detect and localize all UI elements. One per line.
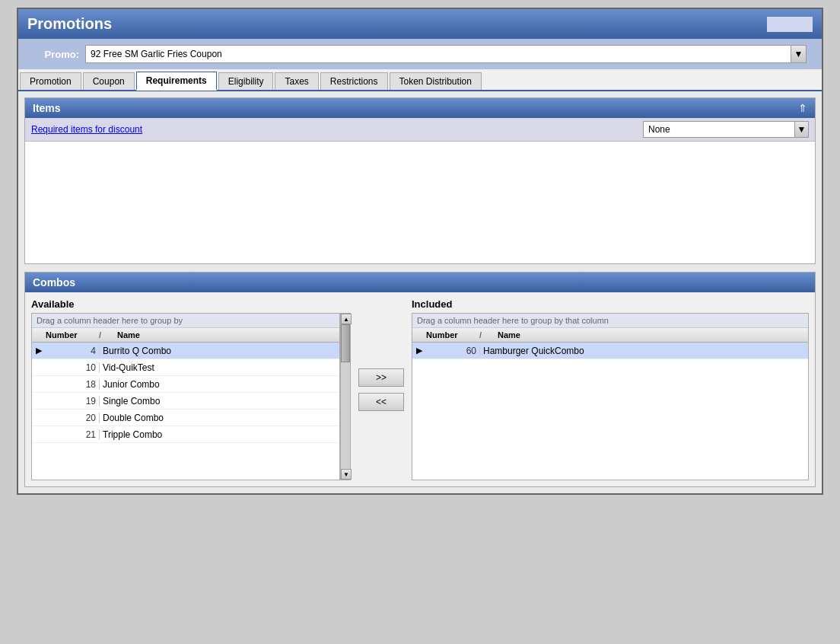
available-row[interactable]: 19 Single Combo	[32, 393, 339, 410]
available-row[interactable]: ▶ 4 Burrito Q Combo	[32, 343, 339, 359]
app-title: Promotions	[27, 15, 112, 33]
included-group-header: Drag a column header here to group by th…	[412, 314, 808, 328]
combos-section: Combos Available Drag a column header he…	[24, 272, 816, 487]
available-scrollbar[interactable]: ▲ ▼	[340, 313, 351, 480]
included-col-sort[interactable]: /	[479, 330, 495, 340]
available-grid: Drag a column header here to group by Nu…	[31, 313, 340, 480]
included-col-headers: Number / Name	[412, 328, 808, 343]
scroll-down-button[interactable]: ▼	[341, 469, 352, 480]
row-name: Hamburger QuickCombo	[479, 346, 808, 356]
available-row[interactable]: 20 Double Combo	[32, 410, 339, 426]
row-number: 19	[46, 396, 99, 406]
included-col-number[interactable]: Number	[426, 330, 479, 340]
row-name: Tripple Combo	[99, 429, 339, 440]
row-name: Vid-QuikTest	[99, 362, 339, 373]
row-number: 4	[46, 346, 99, 356]
available-title: Available	[31, 298, 351, 310]
row-selector-icon: ▶	[412, 346, 426, 355]
scroll-up-button[interactable]: ▲	[341, 314, 352, 324]
items-content-area	[25, 142, 815, 263]
items-section-title: Items	[33, 102, 61, 114]
included-panel: Included Drag a column header here to gr…	[412, 298, 809, 480]
promo-label: Promo:	[33, 49, 79, 60]
promo-input[interactable]	[85, 45, 791, 63]
tab-requirements[interactable]: Requirements	[136, 72, 217, 91]
title-bar: Promotions	[18, 9, 822, 39]
included-row[interactable]: ▶ 60 Hamburger QuickCombo	[412, 343, 808, 359]
content-area: Items ⇑ Required items for discount ▼ Co…	[18, 91, 822, 493]
promo-dropdown-button[interactable]: ▼	[791, 45, 807, 63]
items-section: Items ⇑ Required items for discount ▼	[24, 97, 816, 264]
scroll-thumb[interactable]	[341, 324, 350, 362]
items-collapse-button[interactable]: ⇑	[798, 102, 807, 114]
promo-select-wrapper: ▼	[85, 45, 807, 63]
available-group-header: Drag a column header here to group by	[32, 314, 339, 328]
row-number: 21	[46, 429, 99, 440]
row-number: 10	[46, 362, 99, 373]
available-col-number[interactable]: Number	[46, 330, 99, 340]
remove-from-included-button[interactable]: <<	[358, 393, 404, 411]
tab-token-distribution[interactable]: Token Distribution	[390, 72, 482, 90]
row-number: 20	[46, 413, 99, 423]
window-controls	[767, 17, 813, 32]
tab-eligibility[interactable]: Eligibility	[218, 72, 274, 90]
add-to-included-button[interactable]: >>	[358, 368, 404, 387]
row-number: 60	[426, 346, 479, 356]
available-row[interactable]: 18 Junior Combo	[32, 376, 339, 393]
tab-coupon[interactable]: Coupon	[83, 72, 135, 90]
row-name: Double Combo	[99, 413, 339, 423]
included-title: Included	[412, 298, 809, 310]
tab-taxes[interactable]: Taxes	[275, 72, 318, 90]
row-name: Junior Combo	[99, 379, 339, 390]
available-panel: Available Drag a column header here to g…	[31, 298, 351, 480]
items-row-label[interactable]: Required items for discount	[31, 124, 643, 135]
combos-section-title: Combos	[33, 276, 75, 289]
items-row-dropdown-button[interactable]: ▼	[795, 121, 809, 138]
included-col-name[interactable]: Name	[495, 330, 808, 340]
available-col-sort[interactable]: /	[99, 330, 114, 340]
available-row[interactable]: 10 Vid-QuikTest	[32, 359, 339, 376]
available-col-headers: Number / Name	[32, 328, 339, 343]
available-col-name[interactable]: Name	[114, 330, 339, 340]
app-window: Promotions Promo: ▼ Promotion Coupon Req…	[17, 8, 823, 495]
row-name: Single Combo	[99, 396, 339, 406]
row-number: 18	[46, 379, 99, 390]
items-section-header: Items ⇑	[25, 98, 815, 118]
promo-row: Promo: ▼	[18, 39, 822, 69]
tabs-bar: Promotion Coupon Requirements Eligibilit…	[18, 69, 822, 91]
tab-restrictions[interactable]: Restrictions	[320, 72, 388, 90]
scroll-track	[341, 324, 350, 469]
included-grid: Drag a column header here to group by th…	[412, 313, 809, 480]
items-row-input[interactable]	[643, 121, 795, 138]
available-row[interactable]: 21 Tripple Combo	[32, 426, 339, 443]
row-name: Burrito Q Combo	[99, 346, 339, 356]
items-row-select-wrapper: ▼	[643, 121, 809, 138]
transfer-panel: >> <<	[351, 298, 412, 480]
combos-content: Available Drag a column header here to g…	[25, 292, 815, 486]
combos-section-header: Combos	[25, 273, 815, 292]
items-row: Required items for discount ▼	[25, 118, 815, 142]
tab-promotion[interactable]: Promotion	[20, 72, 81, 90]
row-selector-icon: ▶	[32, 346, 46, 355]
